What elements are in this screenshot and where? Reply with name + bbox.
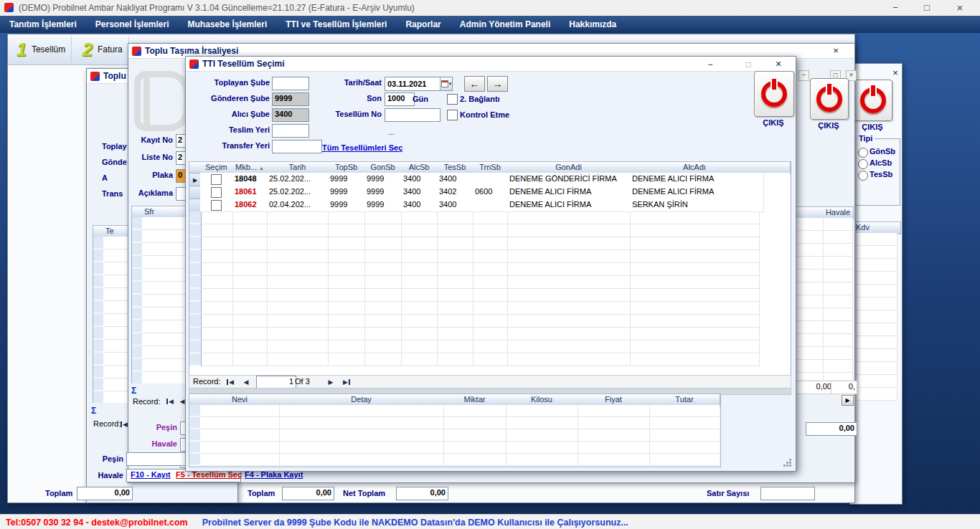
cell-trnsb[interactable] bbox=[473, 199, 512, 212]
record-label: Record: bbox=[193, 377, 221, 386]
teslim-yeri-input[interactable] bbox=[272, 124, 309, 138]
tab-tesellum[interactable]: 1 Tesellüm bbox=[11, 37, 72, 62]
grid-line bbox=[823, 218, 824, 380]
cell-tessb[interactable]: 3400 bbox=[437, 199, 478, 212]
row-checkbox[interactable] bbox=[211, 200, 222, 211]
radio-tessb[interactable] bbox=[858, 171, 868, 181]
toplayan-sube-input[interactable] bbox=[272, 77, 309, 90]
sum-icon[interactable]: Σ bbox=[91, 406, 96, 416]
cell-tarih[interactable]: 25.02.202... bbox=[267, 173, 333, 186]
cell-gonsb[interactable]: 9999 bbox=[364, 186, 406, 199]
probilnet-watermark bbox=[134, 71, 190, 131]
cell-topsb[interactable]: 9999 bbox=[328, 186, 369, 199]
tab-fatura[interactable]: 2 Fatura bbox=[77, 37, 129, 62]
cell-mkb[interactable]: 18061 bbox=[232, 186, 272, 199]
nav-first-button[interactable]: ◀ bbox=[223, 376, 237, 387]
sum-cell: 0,00 bbox=[796, 381, 834, 394]
amount-field[interactable]: 0,00 bbox=[806, 422, 857, 436]
menu-item-tanitim[interactable]: Tanıtım İşlemleri bbox=[0, 19, 86, 29]
cell-alcadi[interactable]: DENEME ALICI FİRMA bbox=[630, 186, 764, 199]
scroll-right-button[interactable]: ▶ bbox=[842, 395, 854, 406]
cell-trnsb[interactable] bbox=[473, 173, 512, 186]
minimize-icon[interactable]: − bbox=[705, 59, 716, 70]
kontrol-checkbox[interactable] bbox=[447, 110, 458, 120]
net-toplam-input[interactable]: 0,00 bbox=[396, 487, 448, 500]
exit-button[interactable] bbox=[754, 71, 794, 117]
prev-arrow-button[interactable]: ← bbox=[464, 76, 485, 92]
cell-tarih[interactable]: 02.04.202... bbox=[267, 199, 333, 212]
row-checkbox[interactable] bbox=[211, 187, 222, 198]
son-gun-input[interactable]: 1000 bbox=[385, 92, 415, 106]
f10-kayit-link[interactable]: F10 - Kayıt bbox=[131, 470, 171, 479]
field-label-fragment: Toplay bbox=[102, 142, 128, 151]
tesellum-no-input[interactable] bbox=[385, 108, 440, 122]
cell-tessb[interactable]: 3400 bbox=[437, 173, 478, 186]
menu-item-raporlar[interactable]: Raporlar bbox=[396, 19, 450, 29]
record-number-input[interactable]: 1 bbox=[256, 376, 296, 389]
cell-mkb[interactable]: 18048 bbox=[232, 173, 272, 186]
close-icon[interactable]: × bbox=[946, 0, 974, 16]
cell-alcsb[interactable]: 3400 bbox=[401, 199, 442, 212]
status-bar: Tel:0507 030 32 94 - destek@probilnet.co… bbox=[0, 514, 980, 529]
exit-button-label: ÇIKIŞ bbox=[852, 123, 893, 131]
close-icon[interactable]: × bbox=[890, 68, 900, 78]
close-icon[interactable]: × bbox=[830, 46, 842, 56]
toplam-input[interactable]: 0,00 bbox=[282, 487, 334, 500]
cell-mkb[interactable]: 18062 bbox=[232, 199, 272, 212]
cell-gonadi[interactable]: DENEME ALICI FİRMA bbox=[507, 199, 635, 212]
restore-icon[interactable]: − bbox=[798, 70, 809, 81]
transfer-yeri-input[interactable] bbox=[272, 140, 322, 153]
cell-gonadi[interactable]: DENEME GÖNDERİCİ FİRMA bbox=[507, 173, 635, 186]
cell-tarih[interactable]: 25.02.202... bbox=[267, 186, 333, 199]
nav-last-button[interactable]: ▶ bbox=[339, 376, 354, 387]
radio-alcsb[interactable] bbox=[858, 159, 868, 169]
radio-gonsb[interactable] bbox=[858, 148, 868, 158]
cell-topsb[interactable]: 9999 bbox=[328, 173, 369, 186]
resize-grip[interactable] bbox=[783, 458, 793, 468]
liste-no-label: Liste No bbox=[134, 153, 173, 161]
exit-button[interactable] bbox=[810, 78, 849, 120]
select-all-link[interactable]: Tüm Tesellümleri Seç bbox=[322, 143, 402, 152]
teslim-yeri-label: Teslim Yeri bbox=[200, 125, 270, 134]
window-icon bbox=[90, 72, 100, 81]
cell-trnsb[interactable]: 0600 bbox=[473, 186, 512, 199]
row-checkbox[interactable] bbox=[211, 174, 222, 185]
satir-sayisi-input[interactable] bbox=[760, 487, 815, 500]
close-icon[interactable]: × bbox=[773, 59, 784, 69]
grid-rows-empty bbox=[200, 211, 759, 366]
cell-gonadi[interactable]: DENEME ALICI FİRMA bbox=[507, 186, 635, 199]
calendar-dropdown-icon[interactable]: ▾ bbox=[440, 77, 452, 90]
maximize-icon[interactable]: □ bbox=[913, 0, 941, 16]
app-titlebar[interactable]: (DEMO) Probilnet Ambar Nakliyat Programı… bbox=[0, 0, 980, 16]
nav-first-button[interactable]: ◀ bbox=[163, 396, 177, 406]
cell-tessb[interactable]: 3402 bbox=[437, 186, 478, 199]
cell-alcsb[interactable]: 3400 bbox=[401, 173, 442, 186]
aciklama-label: Açıklama bbox=[134, 189, 173, 197]
baglanti-checkbox[interactable] bbox=[447, 94, 458, 105]
maximize-icon[interactable]: □ bbox=[743, 59, 754, 70]
tarih-saat-input[interactable]: 03.11.2021 ▾ bbox=[385, 77, 453, 91]
nav-prev-button[interactable]: ◀ bbox=[239, 376, 253, 387]
cell-alcadi[interactable]: SERKAN ŞİRİN bbox=[630, 199, 764, 212]
toplam-input[interactable]: 0,00 bbox=[77, 487, 133, 500]
sum-cell: 0, bbox=[831, 381, 857, 394]
pesin-input[interactable] bbox=[126, 452, 189, 466]
nav-next-button[interactable]: ▶ bbox=[324, 376, 338, 387]
tab-label-fatura: Fatura bbox=[98, 44, 123, 54]
menu-item-muhasebe[interactable]: Muhasebe İşlemleri bbox=[179, 19, 277, 29]
sum-icon[interactable]: Σ bbox=[131, 386, 136, 396]
cell-gonsb[interactable]: 9999 bbox=[364, 199, 406, 212]
cell-alcadi[interactable]: DENEME ALICI FİRMA bbox=[630, 173, 764, 186]
minimize-icon[interactable]: − bbox=[881, 0, 910, 16]
menu-bar: Tanıtım İşlemleri Personel İşlemleri Muh… bbox=[0, 16, 980, 33]
cell-gonsb[interactable]: 9999 bbox=[364, 173, 406, 186]
menu-item-tti[interactable]: TTI ve Tesellüm İşlemleri bbox=[276, 19, 396, 29]
menu-item-personel[interactable]: Personel İşlemleri bbox=[86, 19, 179, 29]
menu-item-admin[interactable]: Admin Yönetim Paneli bbox=[451, 19, 560, 29]
cell-alcsb[interactable]: 3400 bbox=[401, 186, 442, 199]
next-arrow-button[interactable]: → bbox=[487, 76, 508, 92]
exit-button[interactable] bbox=[854, 80, 892, 121]
record-of-label: Of 3 bbox=[295, 377, 310, 386]
cell-topsb[interactable]: 9999 bbox=[328, 199, 369, 212]
menu-item-hakkimizda[interactable]: Hakkımızda bbox=[560, 19, 626, 29]
